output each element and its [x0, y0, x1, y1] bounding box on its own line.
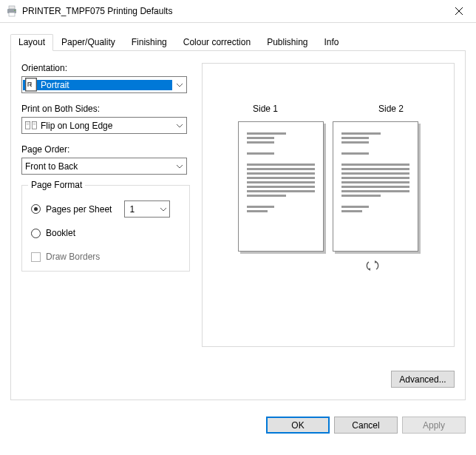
right-column: Side 1 Side 2	[202, 63, 455, 388]
tab-info[interactable]: Info	[316, 34, 347, 51]
booklet-label: Booklet	[46, 228, 75, 238]
page-format-legend: Page Format	[28, 180, 85, 190]
draw-borders-checkbox[interactable]	[31, 252, 41, 262]
window-title: PRINTER_TMPF075 Printing Defaults	[22, 6, 442, 16]
page-format-group: Page Format Pages per Sheet 1 Booklet	[21, 185, 190, 272]
side1-label: Side 1	[253, 104, 278, 114]
duplex-label: Print on Both Sides:	[21, 104, 190, 114]
svg-rect-5	[25, 122, 30, 129]
svg-rect-2	[9, 13, 15, 16]
flip-long-edge-icon	[25, 121, 37, 131]
page-order-value: Front to Back	[25, 161, 78, 172]
layout-panel: Orientation: Portrait Print on Both Side…	[10, 51, 466, 400]
printer-icon	[6, 5, 18, 17]
orientation-label: Orientation:	[21, 63, 190, 73]
close-button[interactable]	[442, 0, 476, 22]
tab-layout[interactable]: Layout	[10, 34, 53, 51]
chevron-down-icon	[173, 77, 186, 92]
apply-button[interactable]: Apply	[402, 417, 466, 434]
orientation-value: Portrait	[41, 80, 69, 90]
tab-strip: Layout Paper/Quality Finishing Colour co…	[10, 35, 466, 51]
chevron-down-icon	[173, 118, 186, 133]
pages-per-sheet-radio[interactable]	[31, 204, 41, 214]
portrait-icon	[25, 80, 37, 90]
tab-finishing[interactable]: Finishing	[123, 34, 175, 51]
tab-publishing[interactable]: Publishing	[259, 34, 316, 51]
content: Layout Paper/Quality Finishing Colour co…	[0, 23, 476, 408]
ok-button[interactable]: OK	[266, 417, 330, 434]
pages-per-sheet-value: 1	[125, 204, 157, 215]
side2-label: Side 2	[378, 104, 404, 114]
duplex-value: Flip on Long Edge	[41, 121, 112, 131]
page-order-label: Page Order:	[21, 144, 190, 155]
page-order-combobox[interactable]: Front to Back	[21, 158, 187, 175]
pages-per-sheet-combobox[interactable]: 1	[124, 200, 170, 218]
svg-rect-6	[32, 122, 36, 129]
pages-per-sheet-label: Pages per Sheet	[46, 204, 112, 215]
preview-page-1	[238, 121, 324, 252]
footer: OK Cancel Apply	[0, 408, 476, 442]
left-column: Orientation: Portrait Print on Both Side…	[21, 63, 190, 388]
titlebar: PRINTER_TMPF075 Printing Defaults	[0, 0, 476, 23]
svg-rect-1	[9, 6, 15, 9]
duplex-combobox[interactable]: Flip on Long Edge	[21, 117, 187, 134]
cancel-button[interactable]: Cancel	[334, 417, 398, 434]
preview-page-2	[333, 121, 418, 252]
chevron-down-icon	[173, 158, 186, 174]
preview-box: Side 1 Side 2	[202, 63, 455, 347]
svg-point-3	[14, 10, 16, 11]
flip-icon	[203, 259, 454, 272]
booklet-radio[interactable]	[31, 229, 41, 238]
orientation-combobox[interactable]: Portrait	[21, 76, 187, 93]
advanced-button[interactable]: Advanced...	[391, 371, 455, 388]
draw-borders-label: Draw Borders	[46, 252, 100, 262]
tab-colour-correction[interactable]: Colour correction	[175, 34, 259, 51]
chevron-down-icon	[157, 208, 169, 211]
tab-paper-quality[interactable]: Paper/Quality	[53, 34, 123, 51]
